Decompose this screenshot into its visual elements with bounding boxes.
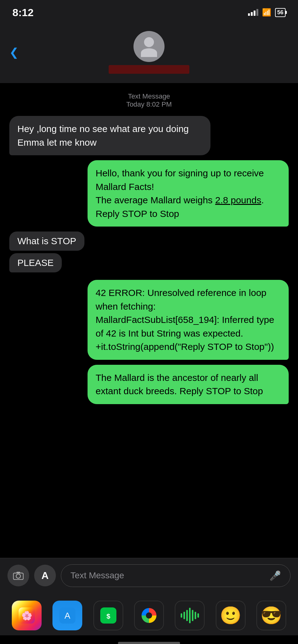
dock-icon-memoji2[interactable]: 😎 [256, 601, 286, 630]
wifi-icon: 📶 [262, 8, 271, 17]
chat-area: Text Message Today 8:02 PM Hey ,long tim… [0, 83, 298, 415]
dock-icon-voice[interactable] [175, 601, 205, 630]
message-row: Hey ,long time no see what are you doing… [9, 116, 289, 155]
voice-memo-icon [181, 608, 199, 623]
bubble-outgoing-3: The Mallard is the ancestor of nearly al… [88, 365, 289, 404]
bubble-incoming-3: PLEASE [9, 253, 62, 272]
svg-text:A: A [65, 611, 70, 620]
photos-icon: 🌸 [19, 607, 35, 624]
svg-text:🌸: 🌸 [21, 611, 32, 621]
input-placeholder: Text Message [70, 571, 124, 580]
input-bar: A Text Message 🎤 [0, 558, 298, 593]
svg-rect-2 [16, 572, 20, 573]
battery-icon: 56 [275, 8, 286, 17]
mic-icon: 🎤 [269, 570, 281, 581]
underline-text: 2.8 pounds [215, 195, 261, 205]
bubble-outgoing-1: Hello, thank you for signing up to recei… [88, 160, 289, 227]
dock-icon-memoji1[interactable]: 🙂 [216, 601, 246, 630]
apps-button[interactable]: A [34, 565, 56, 586]
text-message-input[interactable]: Text Message 🎤 [61, 564, 291, 587]
dock-icon-findmy[interactable] [134, 601, 164, 630]
bubble-outgoing-2: 42 ERROR: Unresolved reference in loop w… [88, 280, 289, 360]
avatar-person-icon [140, 37, 158, 56]
message-row: Hello, thank you for signing up to recei… [9, 160, 289, 227]
header: ❮ [0, 25, 298, 83]
avatar [133, 31, 165, 62]
camera-icon [13, 571, 24, 580]
dock: 🌸 A $ 🙂 😎 [0, 593, 298, 635]
memoji1-icon: 🙂 [220, 605, 242, 626]
contact-name-redacted [109, 65, 189, 74]
header-center [12, 31, 286, 74]
dock-icon-photos[interactable]: 🌸 [12, 601, 42, 630]
dock-icon-appstore[interactable]: A [52, 601, 82, 630]
findmy-icon [142, 608, 156, 623]
battery-indicator: 56 [275, 8, 286, 17]
status-icons: 📶 56 [248, 8, 286, 17]
camera-button[interactable] [7, 565, 29, 586]
message-row: The Mallard is the ancestor of nearly al… [9, 365, 289, 404]
message-row: 42 ERROR: Unresolved reference in loop w… [9, 280, 289, 360]
timestamp-label: Text Message Today 8:02 PM [9, 92, 289, 108]
status-bar: 8:12 📶 56 [0, 0, 298, 25]
svg-point-1 [16, 574, 20, 578]
bubble-incoming-1: Hey ,long time no see what are you doing… [9, 116, 210, 155]
home-bar [118, 642, 180, 644]
back-button[interactable]: ❮ [9, 46, 19, 59]
incoming-group: What is STOP PLEASE [9, 232, 84, 275]
home-indicator [0, 635, 298, 644]
svg-text:$: $ [106, 612, 110, 620]
signal-icon [248, 9, 258, 16]
dock-icon-cashapp[interactable]: $ [93, 601, 123, 630]
spacer [0, 415, 298, 558]
message-row: What is STOP PLEASE [9, 232, 289, 275]
cashapp-icon: $ [100, 607, 116, 624]
apps-icon: A [41, 570, 48, 581]
status-time: 8:12 [12, 7, 34, 19]
memoji2-icon: 😎 [260, 605, 282, 626]
bubble-incoming-2: What is STOP [9, 232, 84, 251]
appstore-icon: A [59, 607, 75, 624]
